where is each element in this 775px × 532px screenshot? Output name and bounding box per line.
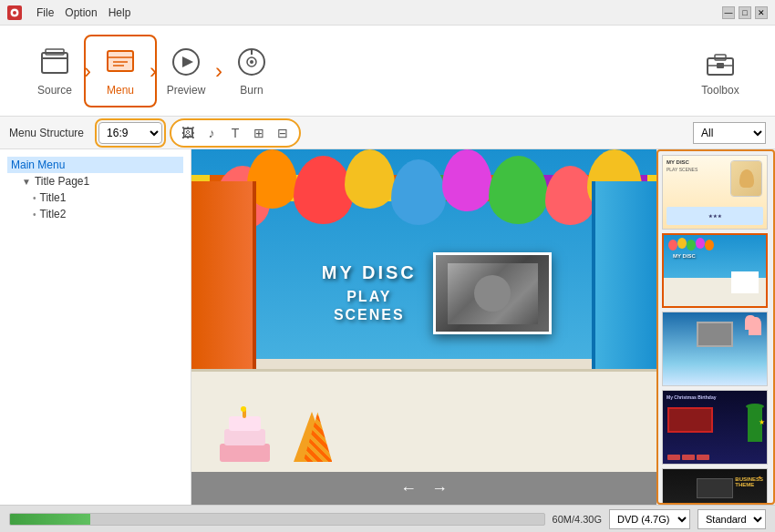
settings-tool-button[interactable]: ⊟ — [272, 122, 294, 144]
sidebar: Main Menu ▼ Title Page1 • Title1 • Title… — [0, 149, 191, 505]
sidebar-item-title2[interactable]: • Title2 — [7, 206, 183, 222]
menu-file[interactable]: File — [36, 6, 54, 19]
close-button[interactable]: ✕ — [755, 6, 768, 19]
menu-option[interactable]: Option — [65, 6, 97, 19]
svg-rect-18 — [717, 63, 724, 68]
title-bar: File Option Help — □ ✕ — [0, 0, 775, 26]
toolbox-button[interactable]: Toolbox — [684, 35, 757, 107]
title2-label: Title2 — [40, 208, 67, 220]
menu-help[interactable]: Help — [108, 6, 131, 19]
sidebar-item-main-menu[interactable]: Main Menu — [7, 157, 183, 173]
preview-button[interactable]: Preview — [150, 35, 222, 107]
title1-label: Title1 — [40, 191, 67, 204]
preview-icon — [170, 46, 202, 78]
window-controls: — □ ✕ — [722, 6, 768, 19]
expand-arrow: ▼ — [22, 177, 31, 187]
menu-bar: File Option Help — [36, 6, 130, 19]
next-button[interactable]: → — [431, 479, 448, 498]
disc-type-select[interactable]: DVD (4.7G) DVD (8.5G) Blu-ray 25G — [609, 509, 690, 529]
menu-structure-label: Menu Structure — [9, 127, 84, 139]
progress-bar — [9, 513, 545, 526]
layout-tool-button[interactable]: ⊞ — [248, 122, 270, 144]
thumbnail-4[interactable]: My Christmas Birthday ★ — [662, 390, 768, 465]
title-bar-left: File Option Help — [7, 5, 130, 20]
svg-rect-5 — [108, 51, 133, 71]
second-toolbar: Menu Structure 16:9 4:3 🖼 ♪ T ⊞ ⊟ All Bi… — [0, 117, 775, 149]
sidebar-item-title1[interactable]: • Title1 — [7, 189, 183, 206]
video-inner — [436, 255, 549, 332]
toolbox-label: Toolbox — [701, 84, 739, 97]
burn-icon — [235, 46, 268, 78]
status-bar: 60M/4.30G DVD (4.7G) DVD (8.5G) Blu-ray … — [0, 505, 775, 532]
title-page1-label: Title Page1 — [35, 175, 89, 188]
preview-label: Preview — [167, 84, 206, 97]
scenes-label: SCENES — [322, 307, 417, 323]
sidebar-item-title-page1[interactable]: ▼ Title Page1 — [7, 173, 183, 189]
thumbnail-1[interactable]: MY DISC PLAY SCENES ★ ★ ★ — [662, 155, 768, 230]
preview-controls: ← → — [191, 472, 656, 505]
preview-area: MY DISC PLAY SCENES ← → — [191, 149, 656, 505]
filter-select[interactable]: All Birthday Christmas Business — [693, 122, 766, 144]
toolbox-icon — [704, 46, 737, 78]
text-tool-button[interactable]: T — [224, 122, 246, 144]
thumbnail-panel: MY DISC PLAY SCENES ★ ★ ★ — [656, 149, 775, 505]
app-icon — [7, 5, 22, 20]
main-area: Main Menu ▼ Title Page1 • Title1 • Title… — [0, 149, 775, 505]
burn-label: Burn — [240, 84, 263, 97]
minimize-button[interactable]: — — [722, 6, 735, 19]
tree-dot-2: • — [33, 210, 36, 220]
maximize-button[interactable]: □ — [739, 6, 751, 19]
burn-button[interactable]: Burn — [215, 35, 288, 107]
menu-icon — [104, 46, 137, 78]
play-label: PLAY — [322, 289, 417, 305]
disc-main-title: MY DISC — [322, 262, 417, 283]
thumbnail-2[interactable]: MY DISC — [662, 233, 768, 308]
svg-rect-2 — [42, 53, 67, 73]
thumbnail-list: MY DISC PLAY SCENES ★ ★ ★ — [658, 151, 773, 503]
menu-button[interactable]: Menu — [84, 35, 157, 107]
svg-marker-10 — [182, 56, 193, 67]
prev-button[interactable]: ← — [400, 479, 417, 498]
source-button[interactable]: Source — [18, 35, 91, 107]
preview-canvas: MY DISC PLAY SCENES — [191, 149, 656, 472]
video-preview-frame[interactable] — [433, 252, 552, 334]
quality-select[interactable]: Standard High Low — [698, 509, 766, 529]
disc-title-text: MY DISC PLAY SCENES — [322, 262, 417, 323]
aspect-ratio-select[interactable]: 16:9 4:3 — [98, 122, 162, 144]
tree-dot-1: • — [33, 193, 36, 203]
menu-label: Menu — [107, 84, 134, 97]
main-toolbar: Source › Menu › Preview › — [0, 26, 775, 117]
progress-fill — [10, 514, 90, 525]
main-menu-label: Main Menu — [11, 159, 65, 171]
progress-text: 60M/4.30G — [553, 514, 602, 525]
source-icon — [38, 46, 71, 78]
source-label: Source — [37, 84, 72, 97]
music-tool-button[interactable]: ♪ — [201, 122, 222, 144]
thumbnail-5[interactable]: ✦ BUSINESSTHEME PLAY SCENES — [662, 468, 768, 503]
image-tool-button[interactable]: 🖼 — [177, 122, 199, 144]
svg-point-1 — [13, 11, 16, 15]
svg-point-13 — [250, 60, 253, 64]
thumbnail-3[interactable] — [662, 312, 768, 386]
editing-tools-group: 🖼 ♪ T ⊞ ⊟ — [170, 118, 301, 148]
